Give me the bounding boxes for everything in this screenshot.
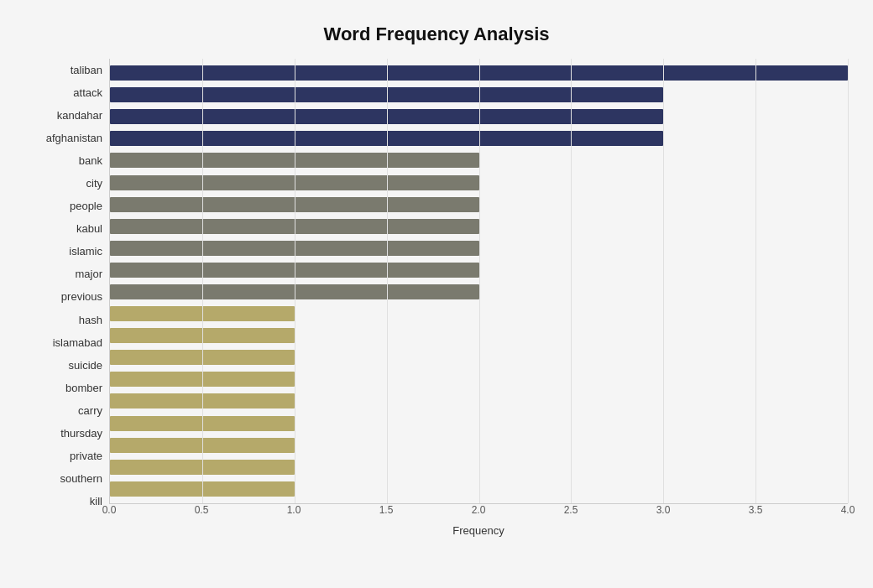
- y-label-attack: attack: [25, 84, 102, 102]
- bars-and-xaxis: 0.00.51.01.52.02.53.03.54.0 Frequency: [109, 59, 848, 538]
- x-ticks-container: 0.00.51.01.52.02.53.03.54.0: [109, 504, 848, 521]
- y-label-major: major: [25, 265, 102, 284]
- y-label-southern: southern: [25, 469, 102, 487]
- y-label-taliban: taliban: [25, 61, 102, 80]
- x-tick-0.0: 0.0: [102, 504, 117, 516]
- y-label-islamabad: islamabad: [25, 333, 102, 351]
- gridline: [202, 59, 203, 503]
- y-label-kabul: kabul: [25, 220, 102, 238]
- y-label-previous: previous: [25, 288, 102, 306]
- x-tick-4.0: 4.0: [841, 504, 855, 516]
- x-tick-2.5: 2.5: [564, 504, 578, 516]
- x-axis-label: Frequency: [109, 524, 848, 537]
- y-label-carry: carry: [25, 401, 102, 419]
- y-labels: talibanattackkandaharafghanistanbankcity…: [25, 59, 109, 538]
- x-tick-3.5: 3.5: [749, 504, 763, 516]
- gridline: [848, 59, 849, 503]
- gridline: [663, 59, 664, 503]
- gridline: [295, 59, 295, 503]
- x-tick-1.0: 1.0: [287, 504, 301, 516]
- y-label-private: private: [25, 446, 102, 465]
- y-label-hash: hash: [25, 310, 102, 329]
- gridline: [479, 59, 480, 503]
- x-axis: 0.00.51.01.52.02.53.03.54.0 Frequency: [109, 504, 848, 538]
- y-label-islamic: islamic: [25, 242, 102, 261]
- chart-area: talibanattackkandaharafghanistanbankcity…: [25, 59, 848, 538]
- gridline: [755, 59, 756, 503]
- chart-title: Word Frequency Analysis: [25, 17, 848, 45]
- y-label-thursday: thursday: [25, 424, 102, 442]
- y-label-suicide: suicide: [25, 356, 102, 374]
- x-tick-2.0: 2.0: [472, 504, 486, 516]
- x-tick-0.5: 0.5: [195, 504, 209, 516]
- y-label-bank: bank: [25, 152, 102, 170]
- y-label-bomber: bomber: [25, 378, 102, 397]
- bars-area: [109, 59, 848, 504]
- y-label-people: people: [25, 197, 102, 216]
- y-label-afghanistan: afghanistan: [25, 129, 102, 148]
- x-tick-3.0: 3.0: [656, 504, 671, 516]
- gridline: [387, 59, 388, 503]
- y-label-city: city: [25, 174, 102, 193]
- gridline: [571, 59, 572, 503]
- y-label-kandahar: kandahar: [25, 107, 102, 125]
- y-label-kill: kill: [25, 492, 102, 510]
- chart-container: Word Frequency Analysis talibanattackkan…: [0, 0, 873, 588]
- x-tick-1.5: 1.5: [379, 504, 394, 516]
